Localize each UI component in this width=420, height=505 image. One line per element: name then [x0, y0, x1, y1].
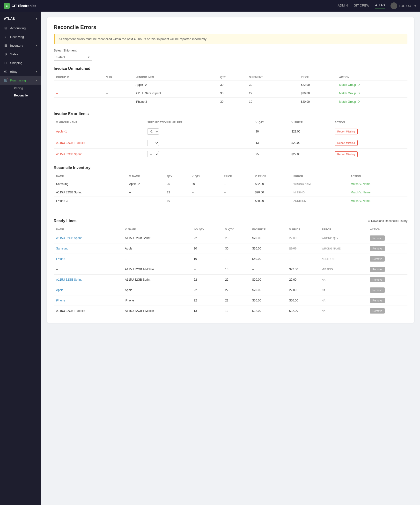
cell-name: Samsung: [54, 180, 127, 188]
col-v-price: V. PRICE: [253, 173, 291, 180]
cell-price: --: [221, 188, 252, 197]
invoice-unmatched-table: GROUP ID V. ID VENDOR INFO QTY SHIPMENT …: [54, 74, 407, 106]
main-content: Reconcile Errors All shipment errors mus…: [41, 12, 420, 505]
cell-inv-qty: 13: [191, 306, 223, 316]
sidebar-collapse-button[interactable]: ‹: [36, 16, 37, 21]
cell-v-qty: --: [189, 188, 221, 197]
cell-price: --: [221, 197, 252, 205]
table-row: iPhone iPhone 22 22 $50.00 $50.00 NA Rem…: [54, 295, 407, 306]
table-row: -- -- Apple . A 30 30 $22.00 Match Group…: [54, 81, 407, 89]
spec-id-select[interactable]: -2--+1: [147, 140, 159, 146]
report-missing-button[interactable]: Report Missing: [335, 151, 358, 157]
cell-v-name: A115U 32GB T-Mobile: [123, 306, 192, 316]
select-shipment-dropdown[interactable]: Select ▾: [54, 54, 92, 61]
sidebar-item-sales[interactable]: $ Sales: [0, 50, 41, 59]
sidebar-item-wrap-inventory: ▦ Inventory ▾: [0, 41, 41, 50]
sidebar-title: ATLAS: [4, 17, 15, 21]
nav-git-crew[interactable]: GIT CREW: [354, 4, 369, 8]
sidebar-item-wrap-shipping: ⊡ Shipping: [0, 59, 41, 67]
purchasing-icon: 🛒: [4, 78, 8, 82]
cell-group-id: --: [54, 81, 104, 89]
cell-v-qty: 25: [223, 233, 250, 243]
spec-id-select[interactable]: -2--+1: [147, 151, 159, 157]
alert-text: All shipment errors must be reconciled w…: [59, 37, 207, 41]
cell-shipment: 22: [247, 89, 299, 98]
remove-button[interactable]: Remove: [370, 287, 385, 293]
remove-button[interactable]: Remove: [370, 267, 385, 272]
cell-v-name: --: [127, 188, 164, 197]
group-name-link[interactable]: Apple -1: [56, 130, 67, 133]
cell-v-price: $22.00: [287, 306, 319, 316]
match-v-name-link[interactable]: Match V. Name: [351, 191, 370, 194]
cell-qty: 30: [218, 81, 247, 89]
sidebar-item-shipping[interactable]: ⊡ Shipping: [0, 59, 41, 67]
download-reconcile-history-link[interactable]: ⬇ Download Reconcile History: [368, 219, 407, 223]
cell-v-price: $22.00: [253, 180, 291, 188]
match-group-id-link[interactable]: Match Group ID: [339, 92, 360, 95]
accounting-icon: ⊞: [4, 26, 8, 30]
cell-error: WRONG QTY: [319, 233, 368, 243]
nav-admin[interactable]: ADMIN: [338, 4, 348, 8]
logout-button[interactable]: LOG OUT ▾: [391, 2, 416, 9]
sidebar-sub-item-reconcile[interactable]: Reconcile: [10, 92, 41, 99]
col-spec-id-helper: SPECIFICATION ID HELPER: [145, 119, 253, 126]
sidebar-item-wrap-purchasing: 🛒 Purchasing ▾ Pricing Reconcile: [0, 76, 41, 99]
table-row: -- A115U 32GB T-Mobile -- 13 -- $22.00 M…: [54, 264, 407, 275]
col-v-qty: V. QTY: [189, 173, 221, 180]
cell-v-group-name: A115U 32GB T-Mobile: [54, 137, 145, 149]
cell-error: NA: [319, 306, 368, 316]
group-name-link[interactable]: A115U 32GB Sprint: [56, 153, 81, 156]
cell-group-id: --: [54, 89, 104, 98]
sidebar-item-accounting[interactable]: ⊞ Accounting: [0, 24, 41, 32]
alert-warning: All shipment errors must be reconciled w…: [54, 34, 407, 44]
download-icon: ⬇: [368, 219, 370, 223]
cell-v-qty: 30: [223, 243, 250, 254]
sidebar-item-inventory[interactable]: ▦ Inventory ▾: [0, 41, 41, 50]
cell-v-name: --: [127, 197, 164, 205]
page-title: Reconcile Errors: [54, 24, 407, 30]
table-row: A115U 32GB Sprint -2--+1 25 $22.00 Repor…: [54, 149, 407, 160]
match-group-id-link[interactable]: Match Group ID: [339, 83, 360, 87]
cell-v-price: 22.00: [287, 233, 319, 243]
sidebar-item-receiving[interactable]: ↓ Receiving: [0, 32, 41, 41]
sidebar-item-ebay[interactable]: 🏷 eBay ▾: [0, 67, 41, 76]
report-missing-button[interactable]: Report Missing: [335, 140, 358, 146]
sidebar-sub-item-pricing[interactable]: Pricing: [10, 85, 41, 92]
table-row: Apple Apple 22 22 $20.00 22.00 NA Remove: [54, 285, 407, 295]
select-shipment-section: Select Shipment Select ▾: [54, 49, 407, 61]
cell-action: Remove: [368, 275, 407, 285]
col-v-qty: V. QTY: [223, 226, 250, 233]
cell-action: Report Missing: [332, 149, 407, 160]
cell-inv-price: $20.00: [250, 233, 287, 243]
cell-v-group-name: Apple -1: [54, 126, 145, 137]
cell-v-id: --: [104, 89, 133, 98]
remove-button[interactable]: Remove: [370, 246, 385, 251]
match-group-id-link[interactable]: Match Group ID: [339, 100, 360, 103]
match-v-name-link[interactable]: Match V. Name: [351, 182, 370, 186]
cell-name: A115U 32GB Sprint: [54, 275, 123, 285]
remove-button[interactable]: Remove: [370, 298, 385, 303]
remove-button[interactable]: Remove: [370, 308, 385, 314]
cell-action: Match Group ID: [337, 89, 407, 98]
sidebar-label-ebay: eBay: [10, 70, 17, 73]
remove-button[interactable]: Remove: [370, 277, 385, 282]
cell-action: Remove: [368, 295, 407, 306]
spec-id-select[interactable]: -2--+1: [147, 128, 159, 135]
cell-spec-id: -2--+1: [145, 149, 253, 160]
cell-name: --: [54, 264, 123, 275]
col-shipment: SHIPMENT: [247, 74, 299, 81]
logo-icon: C: [4, 3, 10, 9]
chevron-down-icon-purchasing: ▾: [36, 79, 37, 82]
col-price: PRICE: [221, 173, 252, 180]
remove-button[interactable]: Remove: [370, 235, 385, 241]
remove-button[interactable]: Remove: [370, 256, 385, 262]
cell-inv-qty: --: [191, 264, 223, 275]
cell-price: $22.00: [289, 126, 332, 137]
nav-atlas[interactable]: ATLAS: [375, 3, 385, 8]
match-v-name-link[interactable]: Match V. Name: [351, 199, 370, 203]
sidebar-item-purchasing[interactable]: 🛒 Purchasing ▾: [0, 76, 41, 85]
cell-inv-price: $22.00: [250, 306, 287, 316]
report-missing-button[interactable]: Report Missing: [335, 129, 358, 134]
sales-icon: $: [4, 52, 8, 56]
group-name-link[interactable]: A115U 32GB T-Mobile: [56, 141, 85, 145]
